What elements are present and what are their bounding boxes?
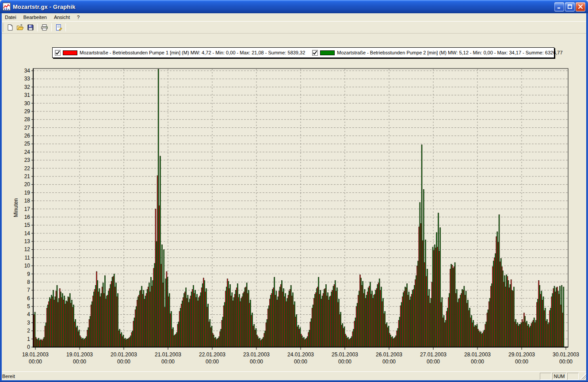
minimize-icon: [557, 4, 562, 9]
svg-text:18.01.2003: 18.01.2003: [22, 351, 49, 358]
title-bar[interactable]: Mozartstr.gx - Graphik: [0, 0, 588, 13]
svg-text:20: 20: [24, 181, 31, 187]
y-axis-title: Minuten: [13, 199, 19, 218]
svg-text:00:00: 00:00: [427, 359, 440, 365]
svg-text:22.01.2003: 22.01.2003: [199, 351, 225, 358]
svg-text:00:00: 00:00: [29, 359, 42, 365]
toolbar: [0, 21, 588, 34]
svg-text:0: 0: [27, 344, 30, 350]
legend-entry-pump2: Mozartstraße - Betriebsstunden Pumpe 2 […: [312, 50, 562, 56]
svg-text:26: 26: [24, 133, 31, 139]
svg-text:22: 22: [24, 165, 31, 172]
new-document-icon: [7, 24, 14, 31]
window-border-bottom: [0, 380, 588, 382]
svg-text:10: 10: [24, 263, 31, 269]
app-window: Mozartstr.gx - Graphik Datei Bearbeiten …: [0, 0, 588, 382]
menu-bearbeiten[interactable]: Bearbeiten: [20, 14, 50, 21]
menu-bar: Datei Bearbeiten Ansicht ?: [0, 13, 588, 21]
legend-swatch-pump1: [63, 50, 77, 55]
window-border-left: [0, 13, 2, 382]
svg-text:31: 31: [24, 92, 31, 98]
svg-text:15: 15: [24, 222, 31, 228]
svg-text:26.01.2003: 26.01.2003: [376, 351, 402, 358]
status-indicators: NUM: [540, 373, 587, 380]
close-button[interactable]: [576, 2, 585, 11]
legend-checkbox-pump2[interactable]: [312, 50, 318, 56]
svg-text:24.01.2003: 24.01.2003: [287, 351, 314, 358]
svg-text:30.01.2003: 30.01.2003: [553, 351, 579, 358]
toolbar-separator: [37, 23, 38, 31]
svg-text:20.01.2003: 20.01.2003: [111, 351, 137, 358]
svg-text:21.01.2003: 21.01.2003: [155, 351, 181, 358]
svg-text:25: 25: [24, 141, 31, 147]
chart-canvas[interactable]: 0123456789101112131415161718192021222324…: [0, 34, 588, 371]
svg-text:1: 1: [27, 336, 30, 342]
svg-text:14: 14: [24, 230, 31, 237]
legend-entry-pump1: Mozartstraße - Betriebsstunden Pumpe 1 […: [55, 50, 305, 56]
legend-checkbox-pump1[interactable]: [55, 50, 61, 56]
svg-text:4: 4: [27, 311, 30, 317]
status-cell-num: NUM: [552, 373, 566, 380]
svg-text:12: 12: [24, 246, 31, 252]
print-button[interactable]: [39, 23, 50, 32]
graph-properties-icon: [55, 24, 62, 31]
status-text: Bereit: [2, 374, 15, 379]
toolbar-separator: [65, 23, 66, 31]
open-file-button[interactable]: [15, 23, 25, 32]
svg-text:29: 29: [24, 108, 31, 115]
maximize-button[interactable]: [565, 2, 575, 11]
menu-datei[interactable]: Datei: [1, 14, 20, 21]
svg-text:25.01.2003: 25.01.2003: [332, 351, 358, 358]
svg-text:32: 32: [24, 84, 31, 90]
svg-text:00:00: 00:00: [250, 359, 263, 365]
svg-text:28.01.2003: 28.01.2003: [464, 351, 491, 358]
minimize-button[interactable]: [554, 2, 564, 11]
menu-ansicht[interactable]: Ansicht: [50, 14, 73, 21]
svg-text:7: 7: [27, 287, 30, 293]
save-floppy-icon: [27, 24, 34, 31]
svg-text:00:00: 00:00: [515, 359, 528, 365]
svg-text:00:00: 00:00: [382, 359, 396, 365]
legend-label-pump1: Mozartstraße - Betriebsstunden Pumpe 1 […: [80, 50, 305, 55]
svg-text:18: 18: [24, 198, 31, 204]
chart-legend: Mozartstraße - Betriebsstunden Pumpe 1 […: [52, 47, 554, 58]
svg-text:00:00: 00:00: [338, 359, 351, 365]
printer-icon: [41, 24, 48, 31]
toolbar-grip[interactable]: [2, 23, 3, 32]
menu-hilfe[interactable]: ?: [73, 14, 83, 21]
legend-swatch-pump2: [320, 50, 335, 55]
svg-text:00:00: 00:00: [117, 359, 130, 365]
svg-text:11: 11: [25, 255, 31, 261]
svg-text:24: 24: [24, 149, 31, 155]
svg-text:00:00: 00:00: [73, 359, 86, 365]
svg-text:9: 9: [27, 271, 30, 277]
save-button[interactable]: [25, 23, 35, 32]
toolbar-separator: [51, 23, 52, 31]
status-cell-empty: [567, 373, 579, 380]
y-axis-labels: 0123456789101112131415161718192021222324…: [24, 68, 33, 350]
new-document-button[interactable]: [5, 23, 15, 32]
svg-text:00:00: 00:00: [206, 359, 219, 365]
svg-text:28: 28: [24, 116, 31, 122]
svg-text:2: 2: [27, 328, 30, 334]
svg-text:17: 17: [24, 206, 31, 212]
svg-text:5: 5: [27, 303, 30, 309]
svg-text:00:00: 00:00: [559, 359, 573, 365]
svg-text:34: 34: [24, 68, 31, 74]
app-icon: [3, 3, 11, 11]
status-cell-empty: [540, 373, 551, 380]
window-controls: [554, 2, 585, 11]
svg-text:00:00: 00:00: [294, 359, 307, 365]
x-axis-labels: 18.01.200300:0019.01.200300:0020.01.2003…: [22, 347, 579, 365]
close-icon: [578, 4, 583, 9]
svg-text:33: 33: [24, 76, 31, 82]
resize-grip[interactable]: [580, 373, 587, 379]
client-area: 0123456789101112131415161718192021222324…: [0, 34, 588, 371]
checkmark-icon: [313, 50, 317, 55]
svg-text:6: 6: [27, 295, 30, 302]
graph-properties-button[interactable]: [53, 23, 64, 32]
svg-text:29.01.2003: 29.01.2003: [508, 351, 535, 358]
svg-text:00:00: 00:00: [161, 359, 175, 365]
svg-text:3: 3: [27, 320, 30, 326]
svg-text:21: 21: [24, 173, 31, 180]
